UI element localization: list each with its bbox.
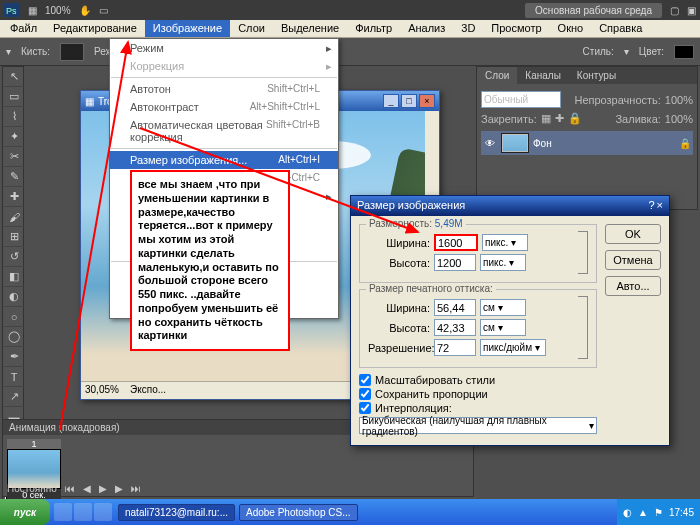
print-height-input[interactable] xyxy=(434,319,476,336)
tray-icon[interactable]: ⚑ xyxy=(654,507,663,518)
close-icon[interactable]: × xyxy=(657,199,663,213)
tray-icon[interactable]: ◐ xyxy=(623,507,632,518)
help-icon[interactable]: ? xyxy=(648,199,654,213)
taskbar-item-mail[interactable]: natali73123@mail.ru:... xyxy=(118,504,235,521)
width-unit-select[interactable]: пикс. ▾ xyxy=(482,234,528,251)
menu-item[interactable]: АвтоконтрастAlt+Shift+Ctrl+L xyxy=(110,98,338,116)
color-swatch[interactable] xyxy=(674,45,694,59)
play-icon[interactable]: ▶ xyxy=(99,483,107,494)
constrain-proportions-checkbox[interactable]: Сохранить пропорции xyxy=(359,388,597,400)
next-frame-icon[interactable]: ▶ xyxy=(115,483,123,494)
eyedropper-tool-icon[interactable]: ✎ xyxy=(3,167,25,187)
history-tool-icon[interactable]: ↺ xyxy=(3,247,25,267)
dodge-tool-icon[interactable]: ◯ xyxy=(3,327,25,347)
loop-select[interactable]: Постоянно xyxy=(7,483,57,494)
layer-thumbnail[interactable] xyxy=(501,133,529,153)
width-input[interactable] xyxy=(434,234,478,251)
arrange-icon[interactable]: ▭ xyxy=(99,5,108,16)
menu-help[interactable]: Справка xyxy=(591,20,650,37)
print-width-input[interactable] xyxy=(434,299,476,316)
chevron-down-icon[interactable]: ▾ xyxy=(624,46,629,57)
zoom-readout[interactable]: 30,05% xyxy=(85,384,119,395)
link-icon[interactable] xyxy=(578,296,588,359)
pen-tool-icon[interactable]: ✒ xyxy=(3,347,25,367)
path-tool-icon[interactable]: ↗ xyxy=(3,387,25,407)
interpolation-select[interactable]: Бикубическая (наилучшая для плавных град… xyxy=(359,417,597,434)
menu-layers[interactable]: Слои xyxy=(230,20,273,37)
move-tool-icon[interactable]: ↖ xyxy=(3,67,25,87)
visibility-icon[interactable]: 👁 xyxy=(483,138,497,149)
resolution-unit[interactable]: пикс/дюйм ▾ xyxy=(480,339,546,356)
brush-tool-icon[interactable]: 🖌 xyxy=(3,207,25,227)
tray-icon[interactable]: ▲ xyxy=(638,507,648,518)
opera-icon[interactable] xyxy=(74,503,92,521)
menu-view[interactable]: Просмотр xyxy=(483,20,549,37)
heal-tool-icon[interactable]: ✚ xyxy=(3,187,25,207)
menu-edit[interactable]: Редактирование xyxy=(45,20,145,37)
menu-window[interactable]: Окно xyxy=(550,20,592,37)
scale-styles-checkbox[interactable]: Масштабировать стили xyxy=(359,374,597,386)
height-unit-select[interactable]: пикс. ▾ xyxy=(480,254,526,271)
auto-button[interactable]: Авто... xyxy=(605,276,661,296)
tool-preset-icon[interactable]: ▾ xyxy=(6,46,11,57)
ok-button[interactable]: OK xyxy=(605,224,661,244)
minimize-icon[interactable]: _ xyxy=(383,94,399,108)
maximize-icon[interactable]: □ xyxy=(401,94,417,108)
brush-preview[interactable] xyxy=(60,43,84,61)
resolution-input[interactable] xyxy=(434,339,476,356)
lock-all-icon[interactable]: 🔒 xyxy=(568,112,582,125)
hand-icon[interactable]: ✋ xyxy=(79,5,91,16)
marquee-tool-icon[interactable]: ▭ xyxy=(3,87,25,107)
height-input[interactable] xyxy=(434,254,476,271)
tab-layers[interactable]: Слои xyxy=(477,67,517,84)
max-icon[interactable]: ▣ xyxy=(687,5,696,16)
clock[interactable]: 17:45 xyxy=(669,507,694,518)
start-button[interactable]: пуск xyxy=(0,499,50,525)
doc-info[interactable]: Экспо... xyxy=(130,384,166,395)
bridge-icon[interactable]: ▦ xyxy=(28,5,37,16)
resample-checkbox[interactable]: Интерполяция: xyxy=(359,402,597,414)
menu-analysis[interactable]: Анализ xyxy=(400,20,453,37)
menu-select[interactable]: Выделение xyxy=(273,20,347,37)
lasso-tool-icon[interactable]: ⌇ xyxy=(3,107,25,127)
lock-pixels-icon[interactable]: ▦ xyxy=(541,112,551,125)
tab-channels[interactable]: Каналы xyxy=(517,67,569,84)
menu-file[interactable]: Файл xyxy=(2,20,45,37)
type-tool-icon[interactable]: T xyxy=(3,367,25,387)
lock-position-icon[interactable]: ✚ xyxy=(555,112,564,125)
crop-tool-icon[interactable]: ✂ xyxy=(3,147,25,167)
wand-tool-icon[interactable]: ✦ xyxy=(3,127,25,147)
eraser-tool-icon[interactable]: ◧ xyxy=(3,267,25,287)
layer-name[interactable]: Фон xyxy=(533,138,552,149)
dialog-titlebar[interactable]: Размер изображения ? × xyxy=(351,196,669,216)
cancel-button[interactable]: Отмена xyxy=(605,250,661,270)
blur-tool-icon[interactable]: ○ xyxy=(3,307,25,327)
menu-item[interactable]: Режим xyxy=(110,39,338,57)
print-width-unit[interactable]: см ▾ xyxy=(480,299,526,316)
menu-item[interactable]: Автоматическая цветовая коррекцияShift+C… xyxy=(110,116,338,146)
tab-paths[interactable]: Контуры xyxy=(569,67,624,84)
mail-icon[interactable] xyxy=(94,503,112,521)
menu-item[interactable]: АвтотонShift+Ctrl+L xyxy=(110,80,338,98)
blend-mode-select[interactable]: Обычный xyxy=(481,91,561,108)
menu-3d[interactable]: 3D xyxy=(453,20,483,37)
ie-icon[interactable] xyxy=(54,503,72,521)
first-frame-icon[interactable]: ⏮ xyxy=(65,483,75,494)
opacity-value[interactable]: 100% xyxy=(665,94,693,106)
last-frame-icon[interactable]: ⏭ xyxy=(131,483,141,494)
workspace-picker[interactable]: Основная рабочая среда xyxy=(525,3,662,18)
stamp-tool-icon[interactable]: ⊞ xyxy=(3,227,25,247)
min-icon[interactable]: ▢ xyxy=(670,5,679,16)
link-icon[interactable] xyxy=(578,231,588,274)
layer-row[interactable]: 👁 Фон 🔒 xyxy=(481,131,693,155)
taskbar-item-photoshop[interactable]: Adobe Photoshop CS... xyxy=(239,504,358,521)
zoom-display[interactable]: 100% xyxy=(45,5,71,16)
menu-image[interactable]: Изображение xyxy=(145,20,230,37)
menu-item[interactable]: Размер изображения...Alt+Ctrl+I xyxy=(110,151,338,169)
menu-filter[interactable]: Фильтр xyxy=(347,20,400,37)
gradient-tool-icon[interactable]: ◐ xyxy=(3,287,25,307)
prev-frame-icon[interactable]: ◀ xyxy=(83,483,91,494)
close-icon[interactable]: × xyxy=(419,94,435,108)
print-height-unit[interactable]: см ▾ xyxy=(480,319,526,336)
fill-value[interactable]: 100% xyxy=(665,113,693,125)
